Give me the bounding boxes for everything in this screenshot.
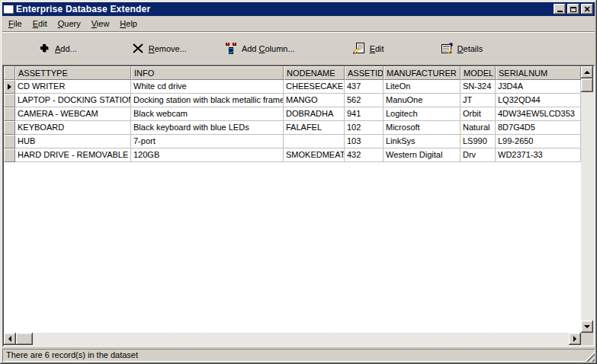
scroll-up-button[interactable]	[581, 66, 593, 78]
menu-file[interactable]: File	[3, 17, 27, 30]
cell-model[interactable]: SN-324	[461, 80, 496, 94]
cell-nodename[interactable]: MANGO	[284, 94, 345, 107]
vertical-scroll-thumb[interactable]	[581, 78, 593, 92]
cell-info[interactable]: Black webcam	[131, 107, 284, 121]
status-text: There are 6 record(s) in the dataset	[2, 349, 595, 362]
plus-icon	[38, 43, 50, 54]
cell-serialnum[interactable]: J3D4A	[496, 80, 581, 94]
scroll-down-button[interactable]	[581, 321, 593, 333]
cell-assettype[interactable]: LAPTOP - DOCKING STATION	[15, 94, 131, 107]
close-icon: ✕	[583, 5, 590, 13]
cell-model[interactable]: Drv	[461, 148, 496, 162]
cell-assettype[interactable]: HUB	[15, 135, 131, 148]
cell-serialnum[interactable]: L99-2650	[496, 135, 581, 148]
cell-manufacturer[interactable]: Western Digital	[384, 148, 461, 162]
scroll-left-button[interactable]	[4, 333, 16, 345]
cell-model[interactable]: LS990	[461, 135, 496, 148]
vertical-scrollbar[interactable]	[581, 66, 593, 333]
horizontal-scroll-thumb[interactable]	[16, 333, 33, 345]
menu-view[interactable]: View	[86, 17, 115, 30]
add-column-button[interactable]: Add Column...	[223, 39, 297, 59]
cell-info[interactable]: Black keyboard with blue LEDs	[131, 121, 284, 135]
cell-serialnum[interactable]: 8D7G4D5	[496, 121, 581, 135]
cell-info[interactable]: White cd drive	[131, 80, 284, 94]
details-button-label: Details	[457, 44, 483, 53]
add-button[interactable]: Add...	[36, 39, 79, 59]
menu-help[interactable]: Help	[114, 17, 143, 30]
row-indicator[interactable]	[4, 135, 15, 148]
close-button[interactable]: ✕	[581, 4, 593, 14]
edit-button-label: Edit	[370, 44, 384, 53]
cell-assetid[interactable]: 432	[345, 148, 384, 162]
cell-serialnum[interactable]: WD2371-33	[496, 148, 581, 162]
maximize-button[interactable]	[567, 4, 579, 14]
vertical-scroll-track[interactable]	[581, 92, 593, 321]
grid-header-row: ASSETTYPE INFO NODENAME ASSETID MANUFACT…	[4, 66, 581, 80]
cell-assetid[interactable]: 437	[345, 80, 384, 94]
cell-assettype[interactable]: CAMERA - WEBCAM	[15, 107, 131, 121]
cell-nodename[interactable]: CHEESECAKE	[284, 80, 345, 94]
remove-button[interactable]: Remove...	[130, 39, 189, 59]
cell-assetid[interactable]: 103	[345, 135, 384, 148]
column-header-assettype[interactable]: ASSETTYPE	[15, 66, 131, 80]
cell-assetid[interactable]: 941	[345, 107, 384, 121]
column-header-model[interactable]: MODEL	[461, 66, 496, 80]
cell-manufacturer[interactable]: Microsoft	[384, 121, 461, 135]
cell-serialnum[interactable]: 4DW34EW5LCD353	[496, 107, 581, 121]
details-button[interactable]: Details	[438, 39, 486, 59]
row-indicator[interactable]	[4, 94, 15, 107]
cell-model[interactable]: Natural	[461, 121, 496, 135]
table-row: CAMERA - WEBCAM Black webcam DOBRADHA 94…	[4, 107, 581, 121]
toolbar: Add... Remove... Add Column...	[2, 33, 595, 64]
row-indicator[interactable]	[4, 107, 15, 121]
row-indicator[interactable]	[4, 121, 15, 135]
horizontal-scroll-track[interactable]	[33, 333, 569, 345]
add-button-label: Add...	[55, 44, 77, 53]
table-row: HARD DRIVE - REMOVABLE 120GB SMOKEDMEAT …	[4, 148, 581, 162]
cell-info[interactable]: 120GB	[131, 148, 284, 162]
cell-serialnum[interactable]: LQ32QD44	[496, 94, 581, 107]
menu-query[interactable]: Query	[53, 17, 86, 30]
cell-assettype[interactable]: KEYBOARD	[15, 121, 131, 135]
title-bar[interactable]: Enterprise Database Extender ✕	[2, 2, 595, 16]
row-indicator[interactable]	[4, 80, 15, 94]
cell-info[interactable]: Docking station with black metallic fram…	[131, 94, 284, 107]
arrow-up-icon	[584, 71, 590, 74]
cell-manufacturer[interactable]: Logitech	[384, 107, 461, 121]
details-icon	[441, 43, 453, 54]
cell-manufacturer[interactable]: LinkSys	[384, 135, 461, 148]
column-header-info[interactable]: INFO	[131, 66, 284, 80]
scrollbar-corner	[581, 333, 593, 345]
current-row-marker-icon	[8, 84, 11, 90]
cell-assettype[interactable]: HARD DRIVE - REMOVABLE	[15, 148, 131, 162]
add-column-icon	[225, 43, 237, 54]
horizontal-scrollbar[interactable]	[4, 333, 581, 345]
cell-model[interactable]: JT	[461, 94, 496, 107]
cell-model[interactable]: Orbit	[461, 107, 496, 121]
grid-empty-area	[4, 162, 581, 333]
maximize-icon	[570, 7, 576, 12]
column-header-nodename[interactable]: NODENAME	[284, 66, 345, 80]
column-header-manufacturer[interactable]: MANUFACTURER	[384, 66, 461, 80]
cell-nodename[interactable]: SMOKEDMEAT	[284, 148, 345, 162]
edit-button[interactable]: Edit	[351, 39, 387, 59]
minimize-button[interactable]	[554, 4, 566, 14]
cell-assettype[interactable]: CD WRITER	[15, 80, 131, 94]
column-header-serialnum[interactable]: SERIALNUM	[496, 66, 581, 80]
arrow-left-icon	[8, 336, 11, 342]
cell-nodename[interactable]: DOBRADHA	[284, 107, 345, 121]
arrow-down-icon	[584, 325, 590, 328]
cell-nodename[interactable]: FALAFEL	[284, 121, 345, 135]
scroll-right-button[interactable]	[569, 333, 581, 345]
cell-assetid[interactable]: 102	[345, 121, 384, 135]
cell-manufacturer[interactable]: ManuOne	[384, 94, 461, 107]
cell-nodename[interactable]	[284, 135, 345, 148]
row-indicator[interactable]	[4, 148, 15, 162]
cell-info[interactable]: 7-port	[131, 135, 284, 148]
table-row: CD WRITER White cd drive CHEESECAKE 437 …	[4, 80, 581, 94]
edit-icon	[353, 43, 365, 54]
cell-assetid[interactable]: 562	[345, 94, 384, 107]
column-header-assetid[interactable]: ASSETID	[345, 66, 384, 80]
menu-edit[interactable]: Edit	[27, 17, 53, 30]
cell-manufacturer[interactable]: LiteOn	[384, 80, 461, 94]
